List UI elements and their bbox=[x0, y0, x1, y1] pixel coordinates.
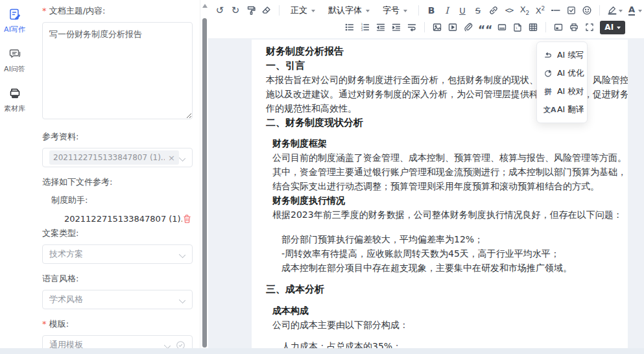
task-checkbox-icon[interactable] bbox=[564, 3, 579, 18]
reference-select[interactable]: 2021122715133847807 (1).... × bbox=[42, 148, 193, 167]
ai-menu-item-1[interactable]: AI 续写 bbox=[537, 46, 587, 64]
topic-label: 文档主题/内容: bbox=[42, 5, 193, 17]
table-icon[interactable] bbox=[525, 19, 541, 35]
subscript-icon[interactable]: X2 bbox=[517, 3, 532, 18]
toolbar-divider bbox=[599, 5, 600, 16]
panel-scrollbar bbox=[200, 0, 208, 354]
document-line: 成本构成 bbox=[272, 303, 614, 318]
paragraph-style-label: 正文 bbox=[291, 5, 307, 16]
ai-dropdown-menu: AI 续写AI 优化拼AI 校对文AAI 翻译 bbox=[536, 41, 588, 123]
link-icon[interactable] bbox=[486, 3, 501, 18]
remove-tag-icon[interactable]: × bbox=[168, 154, 175, 162]
ai-menu-item-label: AI 翻译 bbox=[557, 104, 584, 115]
ai-menu-button-label: AI bbox=[604, 23, 614, 32]
toolbar-divider bbox=[545, 22, 546, 32]
font-family-dropdown[interactable]: 默认字体 bbox=[322, 3, 376, 18]
fullscreen-icon[interactable] bbox=[582, 19, 597, 35]
doc-type-select[interactable]: 技术方案 bbox=[42, 244, 193, 264]
svg-text:1: 1 bbox=[516, 27, 518, 30]
underline-icon[interactable]: U bbox=[455, 3, 470, 18]
style-value: 学术风格 bbox=[49, 294, 180, 305]
document-line: 三、成本分析 bbox=[266, 282, 614, 296]
indent-icon[interactable] bbox=[388, 19, 404, 35]
document-line: 其中，资金管理主要通过银行账户管理和现金流预测进行；成本控制以部门预算为基础， bbox=[272, 165, 614, 179]
caret-down-icon[interactable] bbox=[638, 10, 642, 12]
translate-icon: 文A bbox=[543, 105, 553, 115]
sidebar-item-ai-qa[interactable]: AI问答 bbox=[4, 47, 25, 74]
optimize-icon bbox=[543, 69, 553, 78]
scrollbar-thumb[interactable] bbox=[202, 18, 207, 348]
outdent-icon[interactable] bbox=[373, 19, 388, 35]
file-reference-label: 选择如下文件参考: bbox=[42, 176, 193, 188]
font-color-icon[interactable]: A bbox=[624, 3, 639, 18]
format-painter-icon[interactable] bbox=[243, 3, 259, 18]
blockquote-icon[interactable]: ““ bbox=[476, 19, 494, 35]
embed-icon[interactable] bbox=[551, 19, 566, 35]
caret-down-icon bbox=[403, 10, 407, 12]
ai-menu-item-label: AI 续写 bbox=[557, 50, 584, 61]
toolbar-divider bbox=[279, 5, 280, 16]
caret-down-icon bbox=[366, 10, 370, 12]
toolbar-divider bbox=[424, 22, 425, 32]
editor-toolbar: ↺↻正文默认字体字号BIUS<>X2X2A 123““1AI bbox=[208, 0, 644, 38]
ai-menu-item-2[interactable]: AI 优化 bbox=[537, 64, 587, 82]
ai-menu-item-label: AI 优化 bbox=[557, 68, 584, 79]
strikethrough-icon[interactable]: S bbox=[470, 3, 486, 18]
ai-menu-item-3[interactable]: 拼AI 校对 bbox=[537, 82, 587, 100]
horizontal-rule-icon[interactable] bbox=[548, 3, 564, 18]
caret-down-icon[interactable] bbox=[619, 10, 623, 12]
ordered-list-icon[interactable]: 123 bbox=[357, 19, 373, 35]
attachment-icon[interactable] bbox=[460, 19, 476, 35]
ai-menu-item-label: AI 校对 bbox=[557, 86, 584, 97]
sidebar-item-label: AI问答 bbox=[4, 64, 25, 74]
document-line: 公司的成本主要由以下部分构成： bbox=[272, 318, 614, 332]
italic-icon[interactable]: I bbox=[439, 3, 455, 18]
font-family-label: 默认字体 bbox=[328, 5, 362, 16]
emoji-icon[interactable] bbox=[579, 3, 595, 18]
assistant-file-row: 2021122715133847807 (1).... bbox=[64, 214, 193, 224]
library-icon bbox=[8, 87, 21, 102]
bottom-edge-strip bbox=[0, 348, 644, 354]
document-line: 财务制度执行情况 bbox=[272, 193, 614, 207]
style-select[interactable]: 学术风格 bbox=[42, 290, 193, 309]
sidebar-item-material-lib[interactable]: 素材库 bbox=[4, 87, 25, 113]
bold-icon[interactable]: B bbox=[423, 3, 439, 18]
font-size-dropdown[interactable]: 字号 bbox=[376, 3, 414, 18]
ai-menu-item-4[interactable]: 文AAI 翻译 bbox=[537, 100, 587, 119]
video-icon[interactable] bbox=[445, 19, 460, 35]
text-wrap-icon[interactable] bbox=[404, 19, 420, 35]
superscript-icon[interactable]: X2 bbox=[532, 3, 548, 18]
code-icon[interactable]: <> bbox=[501, 3, 517, 18]
trash-icon[interactable] bbox=[182, 214, 192, 224]
sidebar-item-label: AI写作 bbox=[4, 25, 25, 34]
print-icon[interactable] bbox=[566, 19, 582, 35]
svg-text:3: 3 bbox=[361, 29, 363, 32]
sidebar-item-ai-write[interactable]: AI写作 bbox=[4, 8, 25, 34]
topic-input[interactable]: 写一份财务制度分析报告 bbox=[42, 22, 193, 119]
redo-icon[interactable]: ↻ bbox=[228, 3, 243, 18]
toolbar-divider bbox=[418, 5, 419, 16]
doc-type-label: 文案类型: bbox=[42, 228, 193, 239]
template-label: 模版: bbox=[42, 318, 193, 330]
eraser-icon[interactable] bbox=[259, 3, 274, 18]
toolbar-row-2: 123““1AI bbox=[342, 19, 640, 36]
page-break-icon[interactable]: 1 bbox=[510, 19, 525, 35]
paragraph-style-dropdown[interactable]: 正文 bbox=[284, 3, 322, 18]
font-size-label: 字号 bbox=[383, 5, 400, 16]
divider-block-icon[interactable] bbox=[494, 19, 510, 35]
document-line: 财务制度框架 bbox=[272, 136, 614, 150]
scroll-up-arrow-icon[interactable] bbox=[202, 4, 208, 8]
unordered-list-icon[interactable] bbox=[342, 19, 357, 35]
assistant-label: 制度助手: bbox=[51, 195, 193, 206]
ai-menu-button[interactable]: AI bbox=[600, 21, 625, 34]
left-nav-rail: AI写作AI问答素材库 bbox=[0, 0, 29, 354]
caret-down-icon bbox=[617, 27, 621, 29]
chevron-down-icon bbox=[180, 155, 185, 161]
document-line: -周转效率有待提高，应收账款周转天数为45天，高于行业平均水平； bbox=[281, 246, 614, 261]
image-icon[interactable] bbox=[429, 19, 445, 35]
highlight-pen-icon[interactable] bbox=[604, 3, 620, 18]
sidebar-item-label: 素材库 bbox=[4, 104, 25, 113]
undo-icon[interactable]: ↺ bbox=[212, 3, 228, 18]
reference-file-chip-text: 2021122715133847807 (1).... bbox=[53, 153, 165, 162]
toolbar-row-1: ↺↻正文默认字体字号BIUS<>X2X2A bbox=[212, 2, 640, 19]
